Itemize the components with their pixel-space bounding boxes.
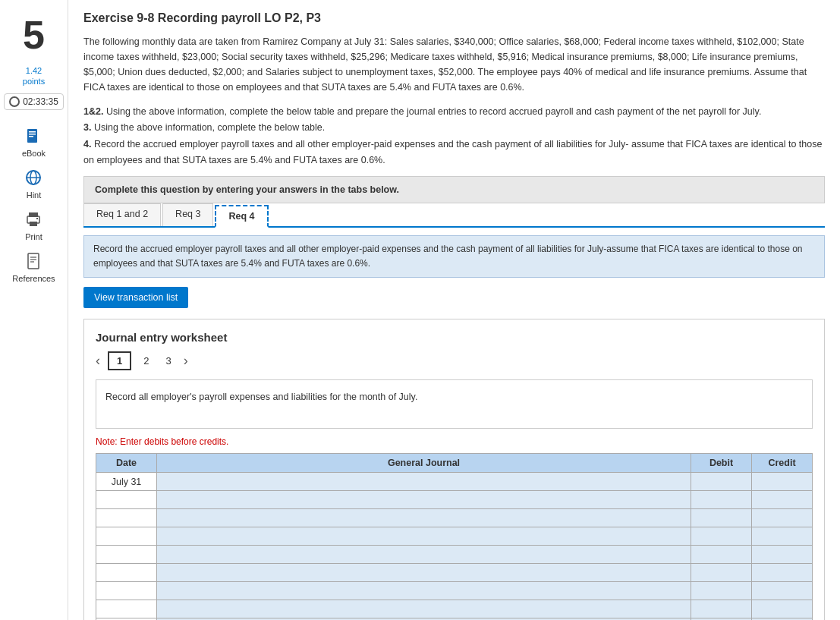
print-label: Print — [25, 232, 42, 241]
sidebar-item-print[interactable]: Print — [23, 209, 44, 241]
svg-rect-10 — [36, 218, 38, 219]
general-journal-input[interactable] — [160, 567, 687, 579]
sidebar-item-ebook[interactable]: eBook — [22, 125, 46, 158]
general-journal-cell[interactable] — [157, 600, 691, 618]
general-journal-input[interactable] — [160, 603, 687, 615]
credit-cell[interactable] — [752, 509, 813, 527]
table-row — [96, 527, 813, 546]
nav-page-2[interactable]: 2 — [139, 353, 153, 369]
credit-cell[interactable] — [752, 546, 813, 564]
general-journal-input[interactable] — [160, 585, 687, 597]
tab-req4[interactable]: Req 4 — [215, 205, 268, 228]
credit-input[interactable] — [755, 603, 809, 615]
credit-cell[interactable] — [752, 564, 813, 582]
debit-input[interactable] — [694, 549, 748, 561]
general-journal-cell[interactable] — [157, 582, 691, 600]
date-cell: July 31 — [96, 473, 157, 491]
worksheet-title: Journal entry worksheet — [96, 331, 813, 344]
debit-cell[interactable] — [691, 473, 752, 491]
svg-rect-11 — [28, 253, 39, 269]
debit-cell[interactable] — [691, 582, 752, 600]
general-journal-input[interactable] — [160, 494, 687, 506]
hint-label: Hint — [27, 190, 42, 200]
printer-icon — [23, 209, 44, 230]
nav-next-button[interactable]: › — [184, 353, 188, 369]
debit-cell[interactable] — [691, 509, 752, 527]
nav-page-1[interactable]: 1 — [108, 351, 131, 370]
globe-icon — [23, 167, 44, 188]
instruction-3-num: 3. — [83, 122, 91, 133]
debit-cell[interactable] — [691, 600, 752, 618]
table-row — [96, 509, 813, 527]
credit-input[interactable] — [755, 567, 809, 579]
sidebar-item-references[interactable]: References — [12, 250, 55, 283]
credit-cell[interactable] — [752, 473, 813, 491]
general-journal-input[interactable] — [160, 476, 687, 488]
credit-input[interactable] — [755, 549, 809, 561]
debit-input[interactable] — [694, 476, 748, 488]
credit-cell[interactable] — [752, 527, 813, 546]
general-journal-cell[interactable] — [157, 527, 691, 546]
svg-rect-2 — [29, 134, 36, 135]
credit-input[interactable] — [755, 512, 809, 524]
table-row — [96, 546, 813, 564]
ebook-label: eBook — [22, 149, 46, 158]
credit-cell[interactable] — [752, 582, 813, 600]
debit-input[interactable] — [694, 512, 748, 524]
clock-icon — [9, 96, 20, 107]
svg-rect-3 — [29, 136, 33, 137]
general-journal-cell[interactable] — [157, 546, 691, 564]
svg-rect-1 — [29, 131, 36, 133]
view-transaction-button[interactable]: View transaction list — [83, 287, 188, 308]
col-header-debit: Debit — [691, 454, 752, 473]
table-row — [96, 582, 813, 600]
instruction-1-text: Using the above information, complete th… — [106, 106, 761, 117]
date-cell — [96, 491, 157, 509]
sidebar-item-hint[interactable]: Hint — [23, 167, 44, 200]
debit-input[interactable] — [694, 494, 748, 506]
general-journal-input[interactable] — [160, 512, 687, 524]
general-journal-cell[interactable] — [157, 473, 691, 491]
general-journal-cell[interactable] — [157, 564, 691, 582]
credit-input[interactable] — [755, 494, 809, 506]
credit-cell[interactable] — [752, 491, 813, 509]
page-number: 5 — [23, 8, 45, 62]
info-box: Record the accrued employer payroll taxe… — [83, 235, 825, 278]
instruction-1-num: 1&2. — [83, 106, 103, 117]
nav-page-3[interactable]: 3 — [161, 353, 175, 369]
instruction-4-num: 4. — [83, 139, 91, 149]
general-journal-cell[interactable] — [157, 509, 691, 527]
general-journal-input[interactable] — [160, 530, 687, 543]
date-cell — [96, 564, 157, 582]
exercise-title: Exercise 9-8 Recording payroll LO P2, P3 — [83, 11, 825, 25]
instructions: 1&2. Using the above information, comple… — [83, 104, 825, 168]
problem-text: The following monthly data are taken fro… — [83, 34, 825, 95]
tab-req1and2[interactable]: Req 1 and 2 — [83, 203, 161, 226]
credit-cell[interactable] — [752, 600, 813, 618]
general-journal-input[interactable] — [160, 549, 687, 561]
debit-input[interactable] — [694, 585, 748, 597]
credit-input[interactable] — [755, 476, 809, 488]
credit-input[interactable] — [755, 530, 809, 543]
credit-input[interactable] — [755, 585, 809, 597]
table-row — [96, 491, 813, 509]
debit-input[interactable] — [694, 530, 748, 543]
date-cell — [96, 582, 157, 600]
instruction-4-text: Record the accrued employer payroll taxe… — [83, 139, 822, 165]
debit-input[interactable] — [694, 603, 748, 615]
debit-input[interactable] — [694, 567, 748, 579]
tab-req3[interactable]: Req 3 — [162, 203, 213, 226]
nav-container: ‹ 1 2 3 › — [96, 351, 813, 370]
nav-prev-button[interactable]: ‹ — [96, 353, 100, 369]
debit-cell[interactable] — [691, 527, 752, 546]
debit-cell[interactable] — [691, 564, 752, 582]
date-cell — [96, 527, 157, 546]
document-icon — [23, 250, 44, 272]
note-text: Note: Enter debits before credits. — [96, 436, 813, 447]
general-journal-cell[interactable] — [157, 491, 691, 509]
debit-cell[interactable] — [691, 546, 752, 564]
debit-cell[interactable] — [691, 491, 752, 509]
date-cell — [96, 509, 157, 527]
references-label: References — [12, 274, 55, 283]
svg-rect-9 — [30, 222, 37, 226]
